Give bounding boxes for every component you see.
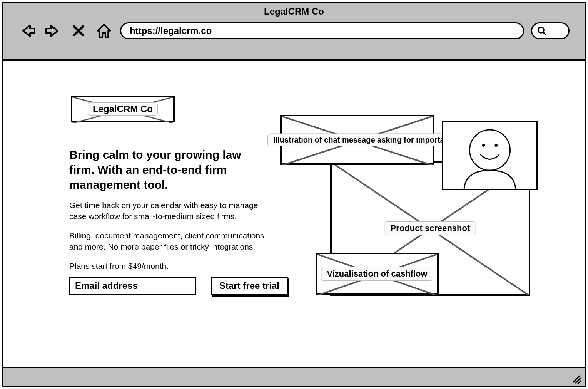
browser-footer [3, 367, 585, 386]
avatar-illustration [442, 121, 538, 190]
svg-point-10 [469, 130, 510, 170]
forward-arrow-icon[interactable] [44, 22, 62, 40]
search-button[interactable] [531, 22, 570, 39]
product-screenshot-label: Product screenshot [385, 221, 476, 235]
search-icon [537, 26, 547, 36]
svg-point-12 [494, 144, 498, 147]
page-title: LegalCRM Co [3, 3, 585, 17]
browser-chrome: LegalCRM Co https://legalcrm.co [3, 3, 585, 61]
cta-label: Start free trial [219, 280, 279, 291]
url-bar[interactable]: https://legalcrm.co [120, 22, 524, 39]
chat-illustration-placeholder: Illustration of chat message asking for … [280, 115, 434, 165]
email-placeholder-text: Email address [75, 280, 138, 291]
svg-line-1 [543, 32, 546, 35]
stop-icon[interactable] [69, 22, 88, 40]
cashflow-illustration-placeholder: Vizualisation of cashflow [316, 253, 439, 295]
hero-body: Get time back on your calendar with easy… [69, 200, 266, 279]
home-icon[interactable] [95, 22, 113, 40]
hero-para-1: Get time back on your calendar with easy… [69, 200, 266, 222]
hero-para-2: Billing, document management, client com… [69, 230, 266, 253]
back-arrow-icon[interactable] [18, 22, 37, 40]
email-field[interactable]: Email address [69, 277, 196, 295]
url-text: https://legalcrm.co [130, 25, 212, 36]
page-content: LegalCRM Co Bring calm to your growing l… [3, 61, 585, 367]
svg-point-11 [482, 144, 485, 147]
cashflow-illustration-label: Vizualisation of cashflow [321, 267, 433, 281]
browser-window: LegalCRM Co https://legalcrm.co [2, 2, 586, 387]
company-logo-placeholder: LegalCRM Co [71, 96, 175, 122]
hero-headline: Bring calm to your growing law firm. Wit… [69, 147, 258, 192]
resize-grip-icon[interactable] [572, 374, 581, 384]
hero-para-3: Plans start from $49/month. [69, 260, 266, 272]
start-free-trial-button[interactable]: Start free trial [211, 277, 288, 295]
browser-toolbar: https://legalcrm.co [3, 17, 585, 40]
logo-label: LegalCRM Co [88, 102, 158, 116]
